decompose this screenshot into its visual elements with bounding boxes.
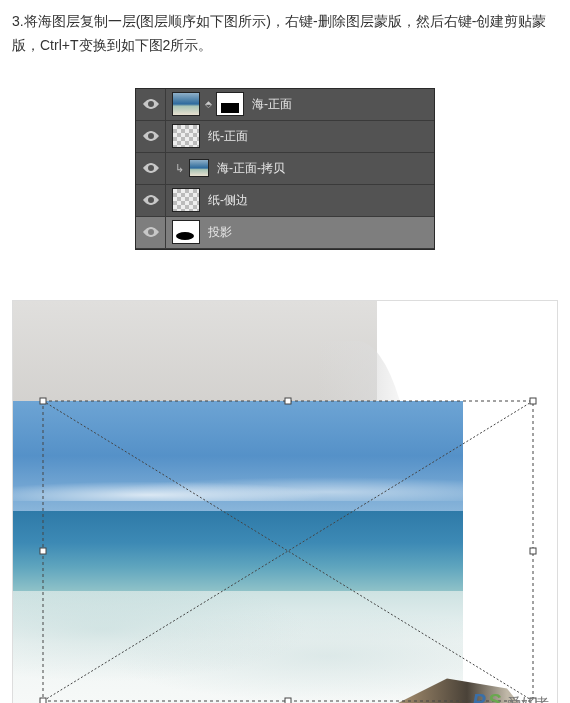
layer-name-label[interactable]: 海-正面-拷贝 (209, 160, 434, 177)
layer-thumbnails (166, 220, 200, 244)
layer-row[interactable]: ↳ 海-正面-拷贝 (136, 153, 434, 185)
foam (13, 591, 463, 703)
layer-row[interactable]: ⬘ 海-正面 (136, 89, 434, 121)
layer-thumbnails (166, 124, 200, 148)
visibility-toggle[interactable] (136, 185, 166, 216)
layer-name-label[interactable]: 纸-正面 (200, 128, 434, 145)
eye-icon (143, 127, 159, 145)
visibility-toggle[interactable] (136, 153, 166, 184)
sky (13, 401, 463, 511)
step-instruction: 3.将海图层复制一层(图层顺序如下图所示)，右键-删除图层蒙版，然后右键-创建剪… (12, 10, 558, 58)
layer-thumb[interactable] (189, 159, 209, 177)
mask-thumb[interactable] (216, 92, 244, 116)
layer-thumb[interactable] (172, 124, 200, 148)
clip-arrow-icon: ↳ (172, 162, 186, 175)
layer-thumb[interactable] (172, 220, 200, 244)
canvas-preview: P S 爱好者 www.psahz.com (12, 300, 558, 703)
layer-thumb[interactable] (172, 92, 200, 116)
eye-icon (143, 191, 159, 209)
eye-icon (143, 95, 159, 113)
layers-panel: ⬘ 海-正面 纸-正面 ↳ 海-正面-拷贝 (135, 88, 435, 250)
layer-thumbnails: ↳ (166, 159, 209, 177)
visibility-toggle[interactable] (136, 121, 166, 152)
watermark-p: P (472, 690, 485, 703)
layer-name-label[interactable]: 纸-侧边 (200, 192, 434, 209)
visibility-toggle[interactable] (136, 89, 166, 120)
layer-row[interactable]: 纸-侧边 (136, 185, 434, 217)
visibility-toggle[interactable] (136, 217, 166, 248)
sea-layer (13, 401, 463, 703)
eye-icon (143, 159, 159, 177)
layer-row[interactable]: 投影 (136, 217, 434, 249)
layer-thumbnails (166, 188, 200, 212)
watermark-s: S (488, 690, 501, 703)
watermark-cn: 爱好者 (507, 695, 549, 703)
ocean (13, 511, 463, 591)
layer-row[interactable]: 纸-正面 (136, 121, 434, 153)
layer-name-label[interactable]: 海-正面 (244, 96, 434, 113)
layer-thumbnails: ⬘ (166, 92, 244, 116)
layer-thumb[interactable] (172, 188, 200, 212)
eye-icon (143, 223, 159, 241)
layer-name-label[interactable]: 投影 (200, 224, 434, 241)
link-icon: ⬘ (203, 99, 213, 109)
watermark: P S 爱好者 www.psahz.com (472, 690, 549, 703)
